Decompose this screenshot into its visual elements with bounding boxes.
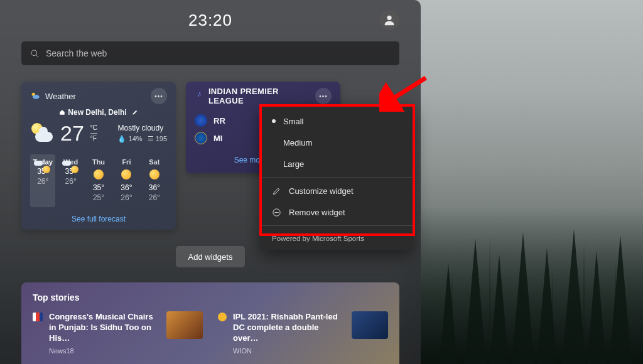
weather-title: Weather xyxy=(45,92,76,101)
weather-more-button[interactable] xyxy=(151,88,167,104)
svg-point-5 xyxy=(199,92,200,94)
condition-text: Mostly cloudy xyxy=(117,124,167,132)
see-full-forecast-link[interactable]: See full forecast xyxy=(30,215,167,223)
sun-icon xyxy=(94,169,104,179)
forecast-day[interactable]: Fri36°26° xyxy=(114,154,139,207)
sports-icon xyxy=(195,92,203,100)
svg-point-0 xyxy=(387,16,391,20)
pencil-icon xyxy=(272,186,281,196)
story-headline: IPL 2021: Rishabh Pant-led DC complete a… xyxy=(233,311,345,343)
story-thumbnail xyxy=(166,311,203,339)
story-headline: Congress's Musical Chairs in Punjab: Is … xyxy=(49,311,160,343)
sun-icon xyxy=(149,169,159,179)
size-medium-option[interactable]: Medium xyxy=(261,132,413,153)
story-thumbnail xyxy=(352,311,388,339)
weather-widget: Weather New Delhi, Delhi 27 °C °F Mostly… xyxy=(21,82,176,230)
story-source: WION xyxy=(233,346,345,356)
team-abbr: MI xyxy=(213,134,222,143)
team-logo-icon xyxy=(195,114,207,127)
current-condition-icon xyxy=(30,120,55,146)
user-avatar[interactable] xyxy=(379,10,399,30)
weather-icon xyxy=(30,91,40,101)
story-item[interactable]: Congress's Musical Chairs in Punjab: Is … xyxy=(33,311,203,356)
story-source: News18 xyxy=(49,346,160,356)
team-logo-icon xyxy=(195,132,207,144)
size-small-option[interactable]: Small xyxy=(261,110,413,132)
forecast-day[interactable]: Wed35°26° xyxy=(58,154,83,207)
top-stories-widget: Top stories Congress's Musical Chairs in… xyxy=(21,282,399,364)
svg-line-2 xyxy=(36,55,38,57)
forecast-day[interactable]: Sat36°26° xyxy=(142,154,167,207)
widget-context-menu: Small Medium Large Customize widget Remo… xyxy=(261,105,413,250)
context-menu-footer: Powered by Microsoft Sports xyxy=(261,228,413,244)
story-item[interactable]: IPL 2021: Rishabh Pant-led DC complete a… xyxy=(218,311,388,356)
search-icon xyxy=(30,49,40,58)
forecast-day[interactable]: Thu35°25° xyxy=(86,154,111,207)
search-input[interactable]: Search the web xyxy=(21,41,399,65)
svg-point-1 xyxy=(31,50,37,55)
aqi: ☰ 195 xyxy=(148,135,167,143)
forecast-day[interactable]: Today35°26° xyxy=(30,154,55,207)
customize-widget-option[interactable]: Customize widget xyxy=(261,180,413,201)
team-abbr: RR xyxy=(213,116,225,126)
size-large-option[interactable]: Large xyxy=(261,153,413,174)
top-stories-title: Top stories xyxy=(33,292,388,302)
sports-more-button[interactable] xyxy=(315,88,332,104)
source-logo-icon xyxy=(33,313,43,321)
edit-icon xyxy=(132,109,138,115)
weather-location[interactable]: New Delhi, Delhi xyxy=(30,108,167,117)
remove-widget-option[interactable]: Remove widget xyxy=(261,201,413,223)
forecast-row: Today35°26°Wed35°26°Thu35°25°Fri36°26°Sa… xyxy=(30,154,167,207)
source-logo-icon xyxy=(218,313,227,321)
svg-point-4 xyxy=(33,95,40,99)
person-icon xyxy=(382,13,396,27)
add-widgets-button[interactable]: Add widgets xyxy=(176,246,245,267)
current-temp: 27 xyxy=(60,121,84,146)
sports-title: INDIAN PREMIER LEAGUE xyxy=(208,87,315,105)
remove-icon xyxy=(272,208,281,217)
home-icon xyxy=(59,109,65,115)
clock: 23:20 xyxy=(188,11,232,30)
search-placeholder: Search the web xyxy=(46,48,107,58)
humidity: 💧 14% xyxy=(117,135,142,143)
temp-unit-toggle[interactable]: °C °F xyxy=(90,124,97,142)
sun-icon xyxy=(121,169,131,179)
